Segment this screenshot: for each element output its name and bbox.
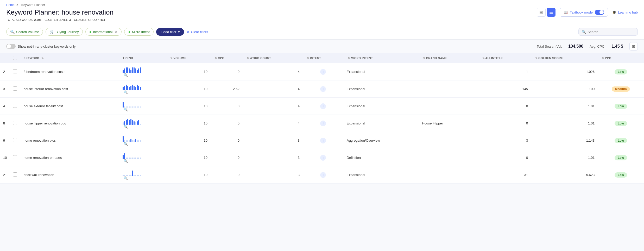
cluster-toggle-switch[interactable] <box>6 44 16 49</box>
golden-score-cell: 1.01 <box>531 98 598 115</box>
row-checkbox[interactable] <box>13 155 17 159</box>
add-filter-chevron: ▾ <box>178 30 180 34</box>
row-checkbox[interactable] <box>13 138 17 142</box>
buying-journey-label: Buying Journey <box>55 30 79 34</box>
buying-journey-icon: 🛒 <box>49 30 54 34</box>
col-header-intent[interactable]: ⇅ INTENT <box>303 53 344 63</box>
filter-chip-search-volume[interactable]: 🔍 Search Volume <box>6 28 43 36</box>
col-header-ppc[interactable]: ⇅ PPC <box>598 53 644 63</box>
trend-cell: 🔍 <box>119 166 166 184</box>
learning-hub-icon: 🎓 <box>612 10 616 14</box>
select-all-checkbox[interactable] <box>13 56 17 60</box>
ppc-cell: Medium <box>598 80 644 98</box>
textbook-mode-button[interactable]: 📖 Textbook mode <box>560 8 608 17</box>
col-header-keyword[interactable]: KEYWORD ⇅ <box>20 53 119 63</box>
ppc-badge: Low <box>615 121 627 126</box>
row-checkbox[interactable] <box>13 172 17 177</box>
micro-intent-cell: Expansional <box>344 80 419 98</box>
cpc-cell: 2.62 <box>211 80 243 98</box>
table-row: 8 house flipper renovation bug 🔍 10 0 4 … <box>0 115 644 132</box>
ppc-cell: Low <box>598 149 644 166</box>
word-count-cell: 3 <box>243 166 303 184</box>
cpc-cell: 0 <box>211 115 243 132</box>
allintitle-cell: 145 <box>478 80 531 98</box>
row-number: 8 <box>0 115 10 132</box>
filter-chip-informational[interactable]: ● Informational ✕ <box>85 28 122 36</box>
row-checkbox[interactable] <box>13 69 17 73</box>
brand-name-cell <box>419 80 478 98</box>
cluster-group-label: CLUSTER GROUP: <box>74 18 99 21</box>
trend-search-icon[interactable]: 🔍 <box>124 125 128 129</box>
trend-search-icon[interactable]: 🔍 <box>124 73 128 77</box>
micro-intent-cell: Expansional <box>344 166 419 184</box>
search-input[interactable] <box>588 30 634 34</box>
allintitle-cell: 1 <box>478 63 531 80</box>
filter-chip-micro-intent[interactable]: ● Micro Intent <box>124 28 153 36</box>
textbook-mode-toggle[interactable] <box>595 10 604 15</box>
micro-intent-cell: Aggregation/Overview <box>344 132 419 149</box>
golden-score-cell: 1.026 <box>531 63 598 80</box>
word-count-cell: 4 <box>243 80 303 98</box>
trend-search-icon[interactable]: 🔍 <box>124 90 128 94</box>
keyword-cell: 3 bedroom renovation costs <box>20 63 119 80</box>
clear-filters-button[interactable]: ✕ Clear filters <box>187 30 208 34</box>
row-checkbox[interactable] <box>13 121 17 125</box>
keyword-cell: home renovation pics <box>20 132 119 149</box>
col-header-golden-score[interactable]: ⇅ GOLDEN SCORE <box>531 53 598 63</box>
table-controls: Show not-in-any-cluster keywords only To… <box>0 40 644 53</box>
learning-hub-link[interactable]: 🎓 Learning hub <box>612 10 638 14</box>
golden-score-cell: 1.01 <box>531 149 598 166</box>
trend-cell: 🔍 <box>119 132 166 149</box>
intent-badge: I <box>320 86 326 92</box>
keyword-cell: house interior renovation cost <box>20 80 119 98</box>
golden-score-cell: 5.623 <box>531 166 598 184</box>
col-header-volume[interactable]: ⇅ VOLUME <box>166 53 211 63</box>
keyword-cell: brick wall renovation <box>20 166 119 184</box>
trend-search-icon[interactable]: 🔍 <box>124 108 128 111</box>
intent-badge: I <box>320 138 326 143</box>
list-view-button[interactable]: ☰ <box>547 8 555 17</box>
trend-search-icon[interactable]: 🔍 <box>124 142 128 146</box>
trend-search-icon[interactable]: 🔍 <box>124 176 128 180</box>
col-header-brand-name[interactable]: ⇅ BRAND NAME <box>419 53 478 63</box>
col-header-cpc[interactable]: ⇅ CPC <box>211 53 243 63</box>
remove-informational-button[interactable]: ✕ <box>115 30 118 34</box>
word-count-cell: 4 <box>243 115 303 132</box>
textbook-mode-label: Textbook mode <box>570 10 593 14</box>
row-number: 4 <box>0 98 10 115</box>
intent-cell: I <box>303 115 344 132</box>
row-number: 3 <box>0 80 10 98</box>
micro-intent-icon: ● <box>128 30 130 34</box>
table-wrapper: KEYWORD ⇅ TREND ⇅ VOLUME ⇅ CPC ⇅ WORD CO… <box>0 53 644 184</box>
row-checkbox[interactable] <box>13 86 17 91</box>
row-checkbox-cell <box>10 115 20 132</box>
clear-filters-label: Clear filters <box>191 30 208 34</box>
volume-cell: 10 <box>166 80 211 98</box>
col-header-micro-intent[interactable]: ⇅ MICRO INTENT <box>344 53 419 63</box>
row-checkbox-cell <box>10 149 20 166</box>
micro-intent-cell: Definition <box>344 149 419 166</box>
table-view-button[interactable]: ⊞ <box>537 8 546 17</box>
cpc-cell: 0 <box>211 149 243 166</box>
col-header-trend[interactable]: TREND <box>119 53 166 63</box>
total-search-vol-label: Total Search Vol: <box>537 45 562 48</box>
col-header-word-count[interactable]: ⇅ WORD COUNT <box>243 53 303 63</box>
columns-button[interactable]: ⊞ <box>629 42 638 51</box>
filter-chip-buying-journey[interactable]: 🛒 Buying Journey <box>46 28 83 36</box>
search-box[interactable]: 🔍 <box>578 28 638 36</box>
add-filter-label: + Add filter <box>160 30 176 34</box>
volume-cell: 10 <box>166 115 211 132</box>
cluster-level-value: 3 <box>69 18 71 21</box>
breadcrumb-home[interactable]: Home <box>6 3 15 7</box>
col-header-allintitle[interactable]: ⇅ ALLINTITLE <box>478 53 531 63</box>
keyword-cell: house exterior facelift cost <box>20 98 119 115</box>
table-row: 2 3 bedroom renovation costs 🔍 10 0 4 I … <box>0 63 644 80</box>
page-title: Keyword Planner: house renovation <box>6 8 113 16</box>
trend-search-icon[interactable]: 🔍 <box>124 159 128 163</box>
golden-score-cell: 1.01 <box>531 115 598 132</box>
total-keywords-label: TOTAL KEYWORDS: <box>6 18 33 21</box>
micro-intent-cell: Expansional <box>344 115 419 132</box>
ppc-cell: Low <box>598 166 644 184</box>
add-filter-button[interactable]: + Add filter ▾ <box>156 28 184 36</box>
row-checkbox[interactable] <box>13 104 17 108</box>
